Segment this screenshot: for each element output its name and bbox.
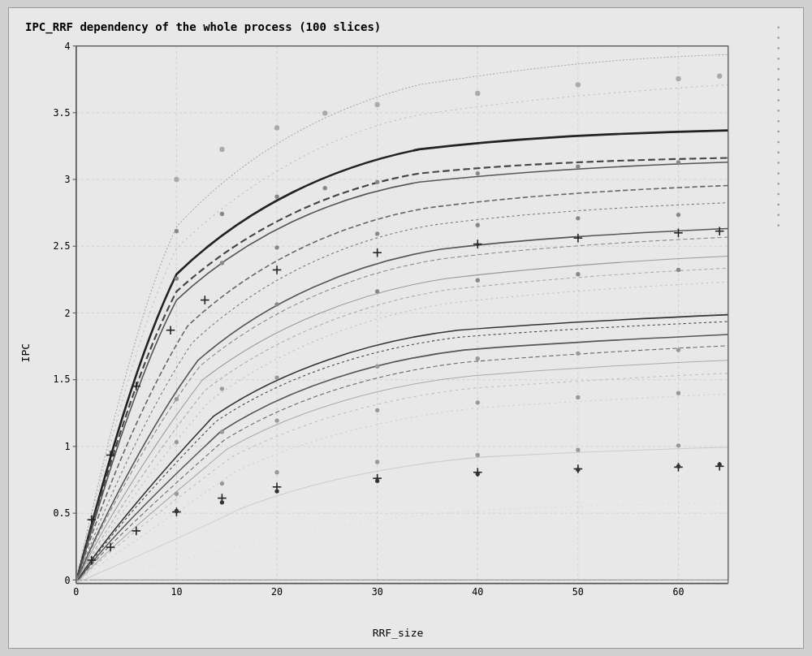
svg-text:3.5: 3.5 [53,107,70,119]
chart-container: IPC_RRF dependency of the whole process … [8,7,804,649]
svg-point-98 [274,245,279,249]
svg-text:10: 10 [171,586,182,598]
svg-text:4: 4 [64,41,70,52]
svg-text:40: 40 [472,586,483,598]
svg-point-130 [220,500,224,504]
svg-point-82 [322,110,327,115]
chart-svg: 4 3.5 3 2.5 2 1.5 1 0.5 0 0 10 20 30 [33,37,762,623]
svg-point-118 [375,408,379,412]
svg-text:30: 30 [372,586,383,598]
svg-point-103 [274,302,279,306]
svg-point-101 [576,216,580,220]
chart-title: IPC_RRF dependency of the whole process … [17,16,762,37]
svg-point-120 [576,395,580,399]
chart-area: IPC_RRF dependency of the whole process … [17,16,762,640]
svg-point-100 [476,223,480,227]
svg-point-107 [676,268,680,272]
svg-text:1: 1 [64,441,70,452]
svg-point-133 [476,472,480,476]
svg-point-87 [717,74,722,79]
chart-plot-area: 4 3.5 3 2.5 2 1.5 1 0.5 0 0 10 20 30 [33,37,762,643]
svg-point-125 [375,460,379,464]
svg-point-136 [718,463,722,467]
svg-point-86 [676,76,680,81]
svg-container: 4 3.5 3 2.5 2 1.5 1 0.5 0 0 10 20 30 [33,37,762,623]
svg-point-131 [274,489,279,493]
svg-point-116 [220,429,224,434]
svg-point-109 [220,386,224,391]
svg-point-79 [174,177,179,182]
svg-point-99 [375,231,379,235]
svg-point-105 [476,278,480,283]
svg-point-127 [576,448,580,452]
svg-point-134 [576,468,580,472]
svg-point-83 [374,102,379,107]
svg-point-93 [476,171,480,175]
svg-text:0: 0 [64,575,70,586]
x-axis-label: RRF_size [33,623,762,643]
svg-point-135 [676,464,680,468]
svg-text:2.5: 2.5 [53,240,70,252]
svg-point-128 [676,443,680,447]
svg-point-85 [576,82,581,87]
svg-text:1.5: 1.5 [53,373,70,385]
svg-point-129 [175,509,179,513]
svg-point-92 [375,180,379,184]
svg-point-122 [175,492,179,496]
right-legend-panel: • • • • • • • • • • • • • • • • • • • • [762,16,795,640]
svg-point-94 [576,164,580,168]
svg-point-115 [175,440,179,444]
svg-point-80 [219,147,224,152]
svg-point-84 [475,91,480,96]
svg-text:20: 20 [271,586,283,598]
svg-point-111 [375,365,379,369]
svg-point-113 [576,352,580,356]
svg-point-126 [476,453,480,457]
svg-text:0.5: 0.5 [53,507,70,519]
svg-text:60: 60 [672,586,684,598]
svg-text:3: 3 [64,174,70,185]
svg-point-97 [220,261,224,265]
svg-point-108 [175,397,179,401]
svg-point-117 [274,418,279,422]
svg-point-114 [676,347,680,352]
svg-point-90 [274,195,279,199]
svg-point-91 [323,186,327,190]
svg-point-132 [375,479,379,483]
svg-point-110 [274,375,279,379]
legend-label: • • • • • • • • • • • • • • • • • • • • [775,24,783,227]
svg-point-119 [476,400,480,404]
svg-text:50: 50 [572,586,584,598]
svg-point-104 [375,289,379,293]
svg-point-102 [676,213,680,217]
svg-text:0: 0 [73,586,79,598]
svg-point-112 [476,356,480,360]
svg-point-89 [220,212,224,216]
svg-point-123 [220,481,224,486]
svg-point-121 [676,391,680,395]
svg-text:2: 2 [64,308,70,319]
y-axis-label: IPC [17,37,33,643]
svg-point-88 [175,229,179,233]
svg-point-106 [576,272,580,276]
svg-point-96 [175,276,179,280]
svg-point-95 [676,160,680,164]
svg-point-124 [274,470,279,474]
chart-inner: IPC [17,37,762,643]
svg-point-81 [274,125,279,130]
